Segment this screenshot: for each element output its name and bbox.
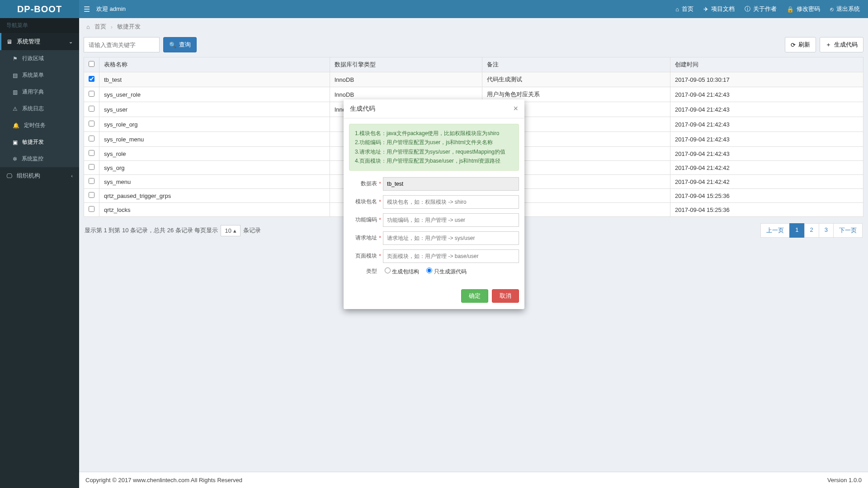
generate-modal: 生成代码 × 1.模块包名：java文件package使用，比如权限模块应为sh… bbox=[344, 99, 524, 309]
label-page: 页面模块 bbox=[349, 252, 377, 260]
input-func[interactable] bbox=[383, 213, 519, 227]
label-table: 数据表 bbox=[349, 180, 377, 188]
hint-line: 2.功能编码：用户管理应配置为user，js和html文件夹名称 bbox=[355, 138, 513, 147]
hint-line: 4.页面模块：用户管理应配置为base/user，js和html资源路径 bbox=[355, 156, 513, 165]
input-url[interactable] bbox=[383, 231, 519, 245]
modal-overlay: 生成代码 × 1.模块包名：java文件package使用，比如权限模块应为sh… bbox=[0, 0, 868, 488]
label-type: 类型 bbox=[349, 267, 377, 275]
input-table bbox=[383, 177, 519, 191]
modal-hintbox: 1.模块包名：java文件package使用，比如权限模块应为shiro 2.功… bbox=[349, 124, 519, 171]
label-module: 模块包名 bbox=[349, 198, 377, 206]
radio-src[interactable]: 只生成源代码 bbox=[426, 267, 466, 276]
hint-line: 3.请求地址：用户管理应配置为sys/user，requestMapping的值 bbox=[355, 147, 513, 156]
radio-pkg[interactable]: 生成包结构 bbox=[385, 267, 419, 276]
label-func: 功能编码 bbox=[349, 216, 377, 224]
label-url: 请求地址 bbox=[349, 234, 377, 242]
modal-close-button[interactable]: × bbox=[513, 104, 518, 113]
input-module[interactable] bbox=[383, 195, 519, 209]
hint-line: 1.模块包名：java文件package使用，比如权限模块应为shiro bbox=[355, 129, 513, 138]
modal-title: 生成代码 bbox=[350, 105, 375, 113]
input-page[interactable] bbox=[383, 249, 519, 263]
modal-ok-button[interactable]: 确定 bbox=[461, 289, 488, 303]
modal-cancel-button[interactable]: 取消 bbox=[492, 289, 519, 303]
